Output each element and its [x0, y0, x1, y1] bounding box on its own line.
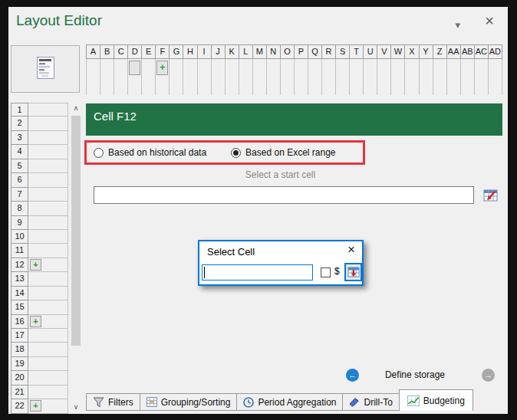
column-cell-P	[295, 59, 308, 95]
tab-filters[interactable]: Filters	[86, 393, 140, 411]
cell-button-row-22[interactable]: +	[30, 400, 41, 412]
column-header-T[interactable]: T	[350, 45, 364, 58]
row-18: 18	[11, 343, 68, 356]
column-header-AC[interactable]: AC	[475, 45, 489, 58]
tab-drill-to[interactable]: Drill-To	[342, 393, 399, 411]
column-header-G[interactable]: G	[170, 45, 183, 58]
scroll-up-icon[interactable]: ∧	[71, 103, 81, 115]
row-scrollbar[interactable]: ∧ ∨	[71, 103, 81, 414]
column-header-AD[interactable]: AD	[489, 45, 502, 58]
scrollbar-thumb[interactable]	[71, 116, 81, 346]
tab-budgeting[interactable]: Budgeting	[399, 389, 473, 411]
column-cell-F: +	[156, 59, 170, 95]
column-header-V[interactable]: V	[377, 45, 391, 58]
row-3: 3	[11, 131, 68, 145]
row-header-3[interactable]: 3	[11, 131, 28, 145]
start-cell-input[interactable]	[94, 186, 474, 204]
row-header-14[interactable]: 14	[11, 287, 28, 300]
radio-excel-range[interactable]: Based on Excel range	[231, 147, 335, 158]
radio-circle-checked[interactable]	[231, 148, 241, 158]
column-header-D[interactable]: D	[128, 45, 142, 58]
column-header-X[interactable]: X	[405, 45, 419, 58]
column-header-Y[interactable]: Y	[420, 45, 433, 58]
column-header-AB[interactable]: AB	[461, 45, 475, 58]
row-header-21[interactable]: 21	[11, 386, 28, 399]
row-header-22[interactable]: 22	[11, 399, 28, 413]
row-header-16[interactable]: 16	[11, 315, 28, 329]
row-area: 123456789101112+13141516+171819202122+	[11, 103, 68, 414]
absolute-reference-checkbox[interactable]	[321, 267, 331, 277]
column-header-Z[interactable]: Z	[433, 45, 447, 58]
row-header-17[interactable]: 17	[11, 329, 28, 343]
start-cell-label: Select a start cell	[86, 169, 475, 180]
radio-circle[interactable]	[94, 148, 104, 158]
column-header-H[interactable]: H	[183, 45, 197, 58]
column-header-Q[interactable]: Q	[308, 45, 322, 58]
row-header-2[interactable]: 2	[11, 116, 28, 130]
column-cell-K	[226, 59, 239, 95]
column-header-A[interactable]: A	[86, 45, 100, 58]
back-arrow-icon[interactable]: ←	[346, 369, 359, 382]
column-header-F[interactable]: F	[156, 45, 170, 58]
row-header-18[interactable]: 18	[11, 343, 28, 356]
column-header-B[interactable]: B	[100, 45, 114, 58]
row-header-15[interactable]: 15	[11, 300, 28, 314]
row-header-12[interactable]: 12	[11, 258, 28, 272]
column-header-P[interactable]: P	[295, 45, 308, 58]
column-header-C[interactable]: C	[114, 45, 128, 58]
column-header-L[interactable]: L	[239, 45, 253, 58]
row-header-5[interactable]: 5	[11, 159, 28, 173]
cell-button-row-16[interactable]: +	[30, 316, 41, 327]
row-header-6[interactable]: 6	[11, 173, 28, 187]
row-19: 19	[11, 357, 68, 371]
column-header-W[interactable]: W	[391, 45, 405, 58]
column-header-U[interactable]: U	[364, 45, 377, 58]
range-selector-button[interactable]	[482, 187, 499, 203]
row-header-19[interactable]: 19	[11, 357, 28, 371]
column-header-J[interactable]: J	[212, 45, 226, 58]
row-header-13[interactable]: 13	[11, 272, 28, 286]
column-header-O[interactable]: O	[281, 45, 295, 58]
column-header-I[interactable]: I	[198, 45, 212, 58]
row-header-1[interactable]: 1	[11, 103, 28, 116]
tab-bar: Filters Grouping/Sorting	[86, 389, 473, 411]
collapse-dialog-button[interactable]	[344, 263, 362, 281]
scroll-down-icon[interactable]: ∨	[71, 402, 81, 414]
row-header-11[interactable]: 11	[11, 244, 28, 258]
column-cell-U	[364, 59, 377, 95]
close-icon[interactable]: ×	[485, 13, 494, 28]
row-header-9[interactable]: 9	[11, 216, 28, 230]
row-cell-10	[28, 230, 68, 244]
tab-grouping-sorting[interactable]: Grouping/Sorting	[140, 393, 238, 411]
row-header-7[interactable]: 7	[11, 188, 28, 202]
column-header-N[interactable]: N	[267, 45, 281, 58]
row-cell-3	[28, 131, 68, 145]
column-header-S[interactable]: S	[336, 45, 350, 58]
tab-period-aggregation[interactable]: Period Aggregation	[236, 393, 343, 411]
radio-historical-data[interactable]: Based on historical data	[94, 147, 206, 158]
add-cell-button-column-F[interactable]: +	[156, 61, 168, 75]
tab-grouping-label: Grouping/Sorting	[161, 397, 231, 408]
row-cell-9	[28, 216, 68, 230]
row-16: 16+	[11, 315, 68, 329]
column-header-AA[interactable]: AA	[447, 45, 461, 58]
column-header-K[interactable]: K	[226, 45, 239, 58]
column-config-button-D[interactable]	[129, 61, 140, 75]
column-header-R[interactable]: R	[322, 45, 336, 58]
forward-arrow-icon[interactable]: →	[482, 369, 495, 382]
cell-panel-header: Cell F12	[86, 103, 502, 136]
dialog-close-icon[interactable]: ×	[347, 242, 355, 258]
report-layout-icon	[37, 57, 54, 82]
column-cell-X	[405, 59, 419, 95]
column-cell-G	[170, 59, 183, 95]
cell-reference-input[interactable]	[202, 264, 313, 281]
row-8: 8	[11, 202, 68, 215]
row-header-8[interactable]: 8	[11, 202, 28, 215]
column-header-M[interactable]: M	[253, 45, 267, 58]
column-header-E[interactable]: E	[142, 45, 156, 58]
chevron-down-icon[interactable]: ▾	[455, 19, 460, 31]
row-header-20[interactable]: 20	[11, 371, 28, 385]
cell-button-row-12[interactable]: +	[30, 259, 41, 271]
row-header-4[interactable]: 4	[11, 145, 28, 159]
row-header-10[interactable]: 10	[11, 230, 28, 244]
